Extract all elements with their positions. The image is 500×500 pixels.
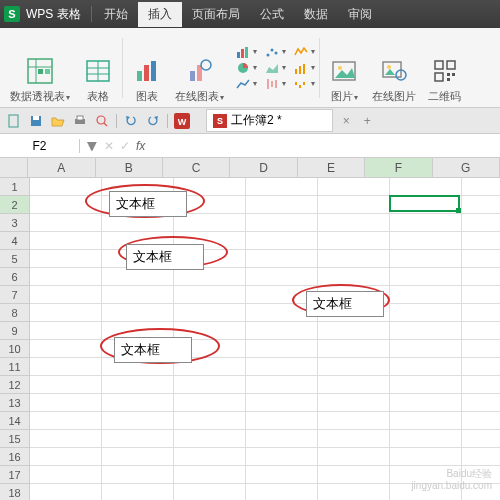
- text-box[interactable]: 文本框: [306, 291, 384, 317]
- fx-cancel-icon[interactable]: ✕: [104, 139, 114, 153]
- row-header[interactable]: 9: [0, 322, 30, 340]
- cell[interactable]: [318, 412, 390, 430]
- spreadsheet-grid[interactable]: ABCDEFG 123456789101112131415161718 文本框文…: [0, 158, 500, 500]
- name-box[interactable]: F2: [0, 139, 80, 153]
- cell[interactable]: [246, 268, 318, 286]
- cell[interactable]: [246, 466, 318, 484]
- cell[interactable]: [390, 484, 462, 500]
- cell[interactable]: [30, 466, 102, 484]
- cell[interactable]: [174, 412, 246, 430]
- row-header[interactable]: 5: [0, 250, 30, 268]
- cell[interactable]: [30, 340, 102, 358]
- save-icon[interactable]: [28, 113, 44, 129]
- cell[interactable]: [246, 214, 318, 232]
- cell[interactable]: [102, 448, 174, 466]
- row-header[interactable]: 8: [0, 304, 30, 322]
- cell[interactable]: [462, 484, 500, 500]
- cell[interactable]: [174, 484, 246, 500]
- cell[interactable]: [462, 268, 500, 286]
- cell[interactable]: [390, 286, 462, 304]
- cell[interactable]: [102, 412, 174, 430]
- fx-dropdown-icon[interactable]: ⯆: [86, 139, 98, 153]
- cell[interactable]: [102, 286, 174, 304]
- close-tab-button[interactable]: ×: [339, 114, 354, 128]
- cell[interactable]: [318, 484, 390, 500]
- cell[interactable]: [246, 340, 318, 358]
- cell[interactable]: [318, 268, 390, 286]
- select-all-corner[interactable]: [0, 158, 28, 178]
- column-header[interactable]: E: [298, 158, 365, 178]
- cell[interactable]: [30, 394, 102, 412]
- cell[interactable]: [318, 466, 390, 484]
- cell[interactable]: [318, 250, 390, 268]
- cell[interactable]: [462, 214, 500, 232]
- table-button[interactable]: 表格: [78, 32, 118, 104]
- row-header[interactable]: 1: [0, 178, 30, 196]
- cell[interactable]: [462, 178, 500, 196]
- cell[interactable]: [318, 178, 390, 196]
- cell[interactable]: [30, 376, 102, 394]
- column-header[interactable]: D: [230, 158, 297, 178]
- cell[interactable]: [246, 232, 318, 250]
- cell[interactable]: [462, 196, 500, 214]
- menu-tab-review[interactable]: 审阅: [338, 2, 382, 27]
- cell[interactable]: [318, 196, 390, 214]
- qrcode-button[interactable]: 二维码: [424, 32, 465, 104]
- cell[interactable]: [318, 358, 390, 376]
- cell[interactable]: [462, 430, 500, 448]
- row-header[interactable]: 14: [0, 412, 30, 430]
- sparkline-small[interactable]: ▾: [294, 45, 315, 59]
- cell[interactable]: [390, 340, 462, 358]
- cell[interactable]: [318, 376, 390, 394]
- undo-icon[interactable]: [123, 113, 139, 129]
- add-tab-button[interactable]: +: [360, 114, 375, 128]
- cell[interactable]: [462, 232, 500, 250]
- cell[interactable]: [390, 412, 462, 430]
- cell[interactable]: [390, 250, 462, 268]
- cell[interactable]: [390, 376, 462, 394]
- cell[interactable]: [30, 322, 102, 340]
- row-header[interactable]: 13: [0, 394, 30, 412]
- column-header[interactable]: G: [433, 158, 500, 178]
- column-header[interactable]: A: [28, 158, 95, 178]
- menu-tab-start[interactable]: 开始: [94, 2, 138, 27]
- cell[interactable]: [390, 232, 462, 250]
- cells-area[interactable]: 文本框文本框文本框文本框: [30, 178, 500, 500]
- cell[interactable]: [390, 178, 462, 196]
- cell[interactable]: [30, 412, 102, 430]
- winloss-spark-small[interactable]: ▾: [294, 77, 315, 91]
- cell[interactable]: [30, 448, 102, 466]
- cell[interactable]: [246, 358, 318, 376]
- cell[interactable]: [246, 178, 318, 196]
- cell[interactable]: [30, 196, 102, 214]
- cell[interactable]: [318, 448, 390, 466]
- wps-logo-icon[interactable]: W: [174, 113, 190, 129]
- row-header[interactable]: 7: [0, 286, 30, 304]
- cell[interactable]: [390, 358, 462, 376]
- cell[interactable]: [390, 448, 462, 466]
- cell[interactable]: [246, 484, 318, 500]
- text-box[interactable]: 文本框: [114, 337, 192, 363]
- online-picture-button[interactable]: 在线图片: [368, 32, 420, 104]
- cell[interactable]: [102, 430, 174, 448]
- row-header[interactable]: 4: [0, 232, 30, 250]
- column-spark-small[interactable]: ▾: [294, 61, 315, 75]
- cell[interactable]: [318, 394, 390, 412]
- new-icon[interactable]: [6, 113, 22, 129]
- chart-button[interactable]: 图表: [127, 32, 167, 104]
- fx-label[interactable]: fx: [136, 139, 145, 153]
- cell[interactable]: [390, 466, 462, 484]
- cell[interactable]: [30, 250, 102, 268]
- cell[interactable]: [174, 430, 246, 448]
- row-header[interactable]: 6: [0, 268, 30, 286]
- text-box[interactable]: 文本框: [126, 244, 204, 270]
- cell[interactable]: [462, 250, 500, 268]
- cell[interactable]: [30, 304, 102, 322]
- open-icon[interactable]: [50, 113, 66, 129]
- row-header[interactable]: 12: [0, 376, 30, 394]
- cell[interactable]: [102, 304, 174, 322]
- cell[interactable]: [174, 304, 246, 322]
- menu-tab-data[interactable]: 数据: [294, 2, 338, 27]
- cell[interactable]: [390, 214, 462, 232]
- row-header[interactable]: 10: [0, 340, 30, 358]
